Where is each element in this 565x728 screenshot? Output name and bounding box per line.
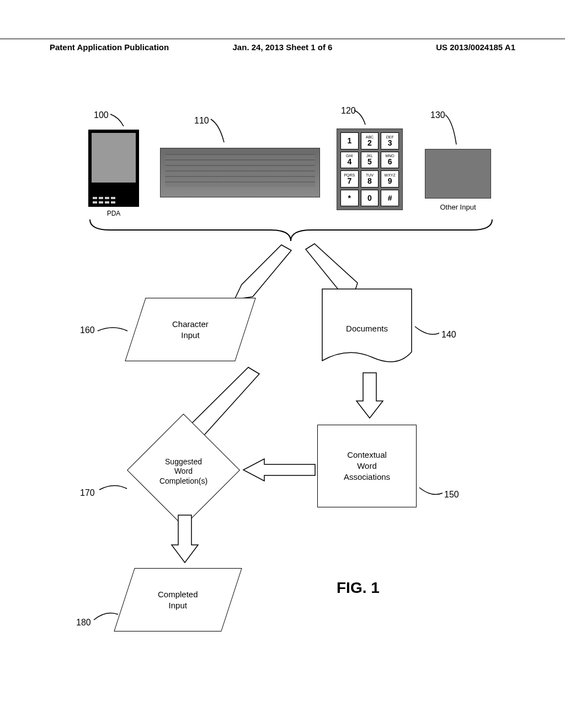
pda-device — [88, 130, 139, 207]
ref-110: 110 — [194, 116, 209, 126]
char-input-node: CharacterInput — [125, 298, 255, 361]
figure-label: FIG. 1 — [337, 579, 380, 597]
pda-label: PDA — [88, 210, 139, 217]
svg-marker-3 — [356, 373, 383, 418]
key-8: TUV8 — [361, 170, 379, 188]
key-9: WXYZ9 — [381, 170, 399, 188]
ref-140: 140 — [441, 330, 456, 340]
key-star: * — [340, 190, 359, 207]
leader-120 — [353, 109, 367, 127]
documents-node: Documents — [320, 287, 414, 370]
diagram-canvas: 100 110 120 130 PDA 1 ABC2 DEF3 GHI4 JKL… — [0, 66, 565, 728]
page: Patent Application Publication Jan. 24, … — [0, 0, 565, 728]
ref-130: 130 — [430, 110, 445, 120]
key-2: ABC2 — [361, 132, 379, 149]
suggested-label: SuggestedWordCompletion(s) — [130, 447, 237, 496]
svg-marker-5 — [172, 515, 198, 563]
devices-bracket — [88, 218, 494, 243]
key-4: GHI4 — [340, 152, 359, 169]
other-input-device — [425, 149, 491, 199]
ref-160: 160 — [80, 325, 95, 335]
ref-180: 180 — [76, 618, 91, 628]
char-input-label: CharacterInput — [172, 319, 209, 340]
arrow-suggested-to-completed — [168, 513, 201, 565]
arrow-contextual-to-suggested — [240, 458, 317, 482]
key-hash: # — [381, 190, 399, 207]
key-1: 1 — [340, 132, 359, 149]
leader-160 — [97, 326, 130, 338]
leader-140 — [414, 324, 441, 340]
arrow-to-char-input — [221, 242, 298, 302]
key-3: DEF3 — [381, 132, 399, 149]
contextual-node: ContextualWordAssociations — [317, 425, 417, 507]
leader-130 — [444, 114, 459, 147]
leader-110 — [210, 118, 226, 144]
completed-node: CompletedInput — [114, 568, 242, 631]
phone-keypad: 1 ABC2 DEF3 GHI4 JKL5 MNO6 PQRS7 TUV8 WX… — [337, 129, 403, 210]
svg-marker-4 — [243, 459, 315, 481]
pda-screen — [92, 133, 136, 183]
svg-marker-0 — [234, 245, 291, 299]
leader-100 — [109, 113, 126, 129]
page-header: Patent Application Publication Jan. 24, … — [0, 39, 565, 61]
pda-buttons2 — [93, 197, 115, 199]
leader-170 — [98, 483, 129, 494]
key-7: PQRS7 — [340, 170, 359, 188]
key-6: MNO6 — [381, 152, 399, 169]
header-right: US 2013/0024185 A1 — [436, 42, 515, 61]
key-5: JKL5 — [361, 152, 379, 169]
header-left: Patent Application Publication — [50, 42, 169, 61]
pda-buttons — [93, 201, 115, 204]
key-0: 0 — [361, 190, 379, 207]
ref-150: 150 — [444, 490, 459, 500]
contextual-label: ContextualWordAssociations — [344, 449, 390, 483]
documents-label: Documents — [346, 324, 388, 333]
arrow-docs-to-contextual — [353, 371, 386, 420]
ref-170: 170 — [80, 488, 95, 498]
other-input-label: Other Input — [425, 203, 491, 211]
ref-100: 100 — [94, 110, 109, 120]
header-center: Jan. 24, 2013 Sheet 1 of 6 — [233, 42, 333, 52]
keyboard-device — [160, 148, 320, 197]
leader-180 — [93, 611, 120, 624]
completed-label: CompletedInput — [158, 589, 198, 611]
leader-150 — [418, 485, 445, 499]
